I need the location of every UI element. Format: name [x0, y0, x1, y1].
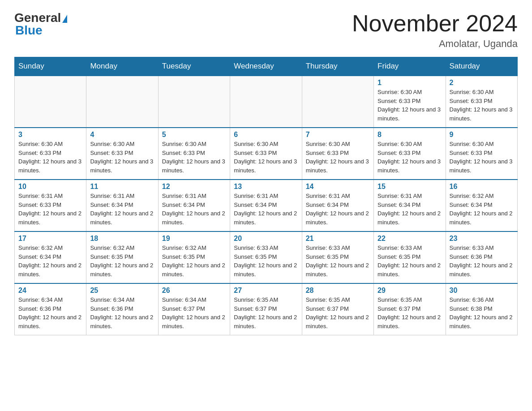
- day-number: 21: [306, 235, 370, 243]
- calendar-cell: 25Sunrise: 6:34 AM Sunset: 6:36 PM Dayli…: [86, 283, 158, 335]
- day-info: Sunrise: 6:34 AM Sunset: 6:36 PM Dayligh…: [90, 295, 154, 330]
- calendar-cell: [86, 76, 158, 128]
- calendar-cell: 12Sunrise: 6:31 AM Sunset: 6:34 PM Dayli…: [158, 180, 230, 231]
- calendar-cell: 5Sunrise: 6:30 AM Sunset: 6:33 PM Daylig…: [158, 128, 230, 180]
- day-number: 15: [378, 183, 442, 191]
- header-day-friday: Friday: [374, 57, 446, 76]
- day-info: Sunrise: 6:32 AM Sunset: 6:35 PM Dayligh…: [162, 244, 226, 278]
- day-number: 14: [306, 183, 370, 191]
- day-info: Sunrise: 6:35 AM Sunset: 6:37 PM Dayligh…: [378, 295, 442, 330]
- day-number: 22: [378, 235, 442, 243]
- day-number: 23: [450, 235, 514, 243]
- day-number: 24: [18, 287, 82, 295]
- calendar-cell: 17Sunrise: 6:32 AM Sunset: 6:34 PM Dayli…: [15, 231, 86, 283]
- calendar-cell: [15, 76, 86, 128]
- calendar-cell: 20Sunrise: 6:33 AM Sunset: 6:35 PM Dayli…: [230, 231, 302, 283]
- day-info: Sunrise: 6:30 AM Sunset: 6:33 PM Dayligh…: [450, 88, 514, 123]
- day-number: 30: [450, 287, 514, 295]
- page-header: General Blue November 2024 Amolatar, Uga…: [14, 11, 518, 50]
- day-number: 1: [378, 79, 442, 87]
- day-info: Sunrise: 6:30 AM Sunset: 6:33 PM Dayligh…: [90, 140, 154, 175]
- day-number: 6: [234, 131, 298, 139]
- day-number: 17: [18, 235, 82, 243]
- calendar-cell: 15Sunrise: 6:31 AM Sunset: 6:34 PM Dayli…: [374, 180, 446, 231]
- calendar-cell: 21Sunrise: 6:33 AM Sunset: 6:35 PM Dayli…: [302, 231, 373, 283]
- logo-triangle-icon: [62, 15, 67, 23]
- calendar-cell: 3Sunrise: 6:30 AM Sunset: 6:33 PM Daylig…: [15, 128, 86, 180]
- day-info: Sunrise: 6:35 AM Sunset: 6:37 PM Dayligh…: [306, 295, 370, 330]
- calendar-cell: 9Sunrise: 6:30 AM Sunset: 6:33 PM Daylig…: [446, 128, 517, 180]
- day-info: Sunrise: 6:31 AM Sunset: 6:34 PM Dayligh…: [90, 192, 154, 227]
- week-row-3: 10Sunrise: 6:31 AM Sunset: 6:33 PM Dayli…: [15, 180, 518, 231]
- header-day-wednesday: Wednesday: [230, 57, 302, 76]
- calendar-cell: 19Sunrise: 6:32 AM Sunset: 6:35 PM Dayli…: [158, 231, 230, 283]
- calendar-cell: 11Sunrise: 6:31 AM Sunset: 6:34 PM Dayli…: [86, 180, 158, 231]
- header-row: SundayMondayTuesdayWednesdayThursdayFrid…: [15, 57, 518, 76]
- logo: General Blue: [14, 11, 67, 38]
- header-day-thursday: Thursday: [302, 57, 373, 76]
- day-info: Sunrise: 6:33 AM Sunset: 6:36 PM Dayligh…: [450, 244, 514, 278]
- day-info: Sunrise: 6:31 AM Sunset: 6:34 PM Dayligh…: [306, 192, 370, 227]
- day-number: 13: [234, 183, 298, 191]
- header-day-saturday: Saturday: [446, 57, 517, 76]
- header-day-monday: Monday: [86, 57, 158, 76]
- calendar-cell: 26Sunrise: 6:34 AM Sunset: 6:37 PM Dayli…: [158, 283, 230, 335]
- day-info: Sunrise: 6:31 AM Sunset: 6:33 PM Dayligh…: [18, 192, 82, 227]
- day-info: Sunrise: 6:32 AM Sunset: 6:34 PM Dayligh…: [450, 192, 514, 227]
- calendar-cell: 30Sunrise: 6:36 AM Sunset: 6:38 PM Dayli…: [446, 283, 517, 335]
- day-number: 27: [234, 287, 298, 295]
- calendar-table: SundayMondayTuesdayWednesdayThursdayFrid…: [14, 57, 518, 335]
- day-number: 26: [162, 287, 226, 295]
- day-number: 2: [450, 79, 514, 87]
- day-number: 25: [90, 287, 154, 295]
- day-info: Sunrise: 6:30 AM Sunset: 6:33 PM Dayligh…: [18, 140, 82, 175]
- calendar-cell: 22Sunrise: 6:33 AM Sunset: 6:35 PM Dayli…: [374, 231, 446, 283]
- header-day-sunday: Sunday: [15, 57, 86, 76]
- month-title: November 2024: [352, 11, 518, 36]
- day-info: Sunrise: 6:30 AM Sunset: 6:33 PM Dayligh…: [450, 140, 514, 175]
- day-number: 10: [18, 183, 82, 191]
- day-number: 7: [306, 131, 370, 139]
- day-info: Sunrise: 6:31 AM Sunset: 6:34 PM Dayligh…: [234, 192, 298, 227]
- day-info: Sunrise: 6:36 AM Sunset: 6:38 PM Dayligh…: [450, 295, 514, 330]
- day-info: Sunrise: 6:33 AM Sunset: 6:35 PM Dayligh…: [234, 244, 298, 278]
- header-day-tuesday: Tuesday: [158, 57, 230, 76]
- logo-blue-text: Blue: [15, 23, 43, 38]
- day-number: 3: [18, 131, 82, 139]
- day-info: Sunrise: 6:30 AM Sunset: 6:33 PM Dayligh…: [378, 140, 442, 175]
- week-row-4: 17Sunrise: 6:32 AM Sunset: 6:34 PM Dayli…: [15, 231, 518, 283]
- week-row-1: 1Sunrise: 6:30 AM Sunset: 6:33 PM Daylig…: [15, 76, 518, 128]
- day-number: 9: [450, 131, 514, 139]
- calendar-cell: 29Sunrise: 6:35 AM Sunset: 6:37 PM Dayli…: [374, 283, 446, 335]
- day-number: 8: [378, 131, 442, 139]
- calendar-cell: 10Sunrise: 6:31 AM Sunset: 6:33 PM Dayli…: [15, 180, 86, 231]
- week-row-2: 3Sunrise: 6:30 AM Sunset: 6:33 PM Daylig…: [15, 128, 518, 180]
- day-info: Sunrise: 6:31 AM Sunset: 6:34 PM Dayligh…: [378, 192, 442, 227]
- calendar-cell: 2Sunrise: 6:30 AM Sunset: 6:33 PM Daylig…: [446, 76, 517, 128]
- day-number: 18: [90, 235, 154, 243]
- calendar-cell: 6Sunrise: 6:30 AM Sunset: 6:33 PM Daylig…: [230, 128, 302, 180]
- day-number: 19: [162, 235, 226, 243]
- title-area: November 2024 Amolatar, Uganda: [352, 11, 518, 50]
- day-info: Sunrise: 6:30 AM Sunset: 6:33 PM Dayligh…: [306, 140, 370, 175]
- day-info: Sunrise: 6:30 AM Sunset: 6:33 PM Dayligh…: [162, 140, 226, 175]
- day-info: Sunrise: 6:30 AM Sunset: 6:33 PM Dayligh…: [234, 140, 298, 175]
- day-info: Sunrise: 6:32 AM Sunset: 6:34 PM Dayligh…: [18, 244, 82, 278]
- day-info: Sunrise: 6:35 AM Sunset: 6:37 PM Dayligh…: [234, 295, 298, 330]
- day-number: 28: [306, 287, 370, 295]
- calendar-cell: 24Sunrise: 6:34 AM Sunset: 6:36 PM Dayli…: [15, 283, 86, 335]
- week-row-5: 24Sunrise: 6:34 AM Sunset: 6:36 PM Dayli…: [15, 283, 518, 335]
- location-subtitle: Amolatar, Uganda: [352, 38, 518, 50]
- day-number: 4: [90, 131, 154, 139]
- day-number: 20: [234, 235, 298, 243]
- calendar-cell: 23Sunrise: 6:33 AM Sunset: 6:36 PM Dayli…: [446, 231, 517, 283]
- day-number: 11: [90, 183, 154, 191]
- calendar-cell: 18Sunrise: 6:32 AM Sunset: 6:35 PM Dayli…: [86, 231, 158, 283]
- calendar-cell: 13Sunrise: 6:31 AM Sunset: 6:34 PM Dayli…: [230, 180, 302, 231]
- day-number: 5: [162, 131, 226, 139]
- day-info: Sunrise: 6:31 AM Sunset: 6:34 PM Dayligh…: [162, 192, 226, 227]
- calendar-cell: 8Sunrise: 6:30 AM Sunset: 6:33 PM Daylig…: [374, 128, 446, 180]
- calendar-cell: 1Sunrise: 6:30 AM Sunset: 6:33 PM Daylig…: [374, 76, 446, 128]
- calendar-cell: [158, 76, 230, 128]
- calendar-cell: 14Sunrise: 6:31 AM Sunset: 6:34 PM Dayli…: [302, 180, 373, 231]
